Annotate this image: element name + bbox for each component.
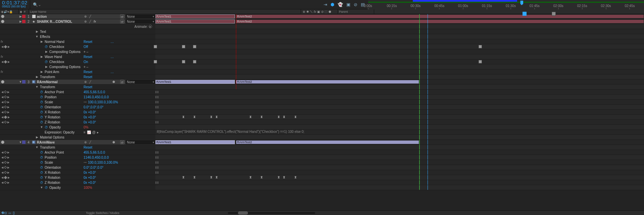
add-keyframe-icon[interactable]: [4, 181, 7, 184]
layer-name[interactable]: action: [37, 15, 47, 18]
next-keyframe-icon[interactable]: ▶: [7, 156, 9, 159]
add-keyframe-icon[interactable]: [4, 115, 7, 119]
property-value[interactable]: 0.0°,0.0°,0.0°: [84, 166, 103, 169]
constrain-link-icon[interactable]: ⊶: [84, 161, 87, 164]
stopwatch-icon[interactable]: ⏱: [40, 100, 43, 104]
layer-timeline-lane[interactable]: RArmTest1RArmTest2: [155, 14, 644, 19]
keyframe-navigator[interactable]: ◀▶: [0, 96, 13, 99]
expr-graph-icon[interactable]: 📈: [87, 130, 91, 134]
layer-name-header[interactable]: Layer Name: [29, 9, 301, 14]
timeline-zoom-slider[interactable]: [228, 212, 315, 214]
next-keyframe-icon[interactable]: ▶: [8, 176, 10, 179]
expr-pickwhip-icon[interactable]: @: [92, 130, 96, 134]
keyframe-navigator[interactable]: ◀▶: [0, 111, 13, 114]
property-timeline-lane[interactable]: [155, 29, 644, 34]
property-timeline-lane[interactable]: [155, 44, 644, 49]
property-timeline-lane[interactable]: [155, 180, 644, 185]
property-twirl-icon[interactable]: ▼: [40, 186, 43, 189]
current-timecode[interactable]: 0:01:37:02: [2, 0, 28, 5]
property-label[interactable]: Checkbox: [49, 60, 64, 64]
property-label[interactable]: Y Rotation: [45, 176, 60, 179]
expr-enable-icon[interactable]: ≡: [84, 130, 86, 134]
layer-timeline-lane[interactable]: RArmTest1RArmTest2: [155, 140, 644, 145]
prev-keyframe-icon[interactable]: ◀: [1, 171, 3, 174]
keyframe-navigator[interactable]: ◀▶: [0, 161, 13, 164]
property-label[interactable]: Expression: Opacity: [45, 130, 75, 134]
quality-switch[interactable]: ╱: [88, 20, 92, 23]
prev-keyframe-icon[interactable]: ◀: [1, 156, 3, 159]
stopwatch-icon[interactable]: ⏱: [40, 161, 43, 164]
prev-keyframe-icon[interactable]: ◀: [1, 151, 3, 154]
visibility-eye-icon[interactable]: [1, 20, 4, 23]
next-keyframe-icon[interactable]: ▶: [7, 96, 9, 99]
stopwatch-icon[interactable]: ⏱: [40, 110, 43, 114]
property-label[interactable]: Scale: [45, 100, 53, 104]
layer-timeline-lane[interactable]: RArmTest1RArmTest2: [155, 19, 644, 24]
keyframe-navigator[interactable]: ◀▶: [0, 106, 13, 109]
property-value[interactable]: 455.5,66.5,0.0: [84, 90, 105, 94]
prev-keyframe-icon[interactable]: ◀: [1, 121, 3, 124]
layer-color-tag[interactable]: [22, 15, 26, 18]
property-value[interactable]: 100%: [84, 186, 92, 190]
property-timeline-lane[interactable]: [155, 110, 644, 114]
property-value[interactable]: 0x +0.0°: [84, 110, 96, 114]
layer-twirl-icon[interactable]: ▶: [19, 15, 22, 18]
keyframe-marker[interactable]: ⧗: [283, 176, 286, 179]
keyframe-marker[interactable]: ⧗: [182, 115, 185, 119]
add-keyframe-icon[interactable]: [4, 60, 7, 63]
property-timeline-lane[interactable]: [155, 185, 644, 190]
layer-twirl-icon[interactable]: ▼: [19, 80, 22, 84]
keyframe-marker[interactable]: ⧗: [260, 176, 263, 179]
property-value[interactable]: Off: [84, 45, 88, 49]
property-label[interactable]: Normal Hand: [45, 40, 64, 44]
add-keyframe-icon[interactable]: [4, 161, 7, 164]
keyframe-marker[interactable]: [193, 45, 196, 48]
quality-switch[interactable]: ╱: [88, 141, 92, 144]
add-keyframe-icon[interactable]: [4, 96, 7, 98]
keyframe-marker[interactable]: [154, 60, 157, 63]
keyframe-marker[interactable]: ⧗: [210, 176, 213, 179]
layer-duration-bar[interactable]: RArmTest1: [155, 14, 235, 18]
expression-source[interactable]: if(thisComp.layer("SHARK RARM CONTROL").…: [155, 130, 304, 133]
keyframe-navigator[interactable]: ◀▶: [0, 116, 13, 119]
playhead-indicator[interactable]: [520, 0, 523, 9]
property-label[interactable]: Anchor Point: [45, 90, 64, 94]
parent-dropdown[interactable]: None: [126, 80, 155, 84]
keyframe-navigator[interactable]: ◀▶: [0, 60, 13, 63]
property-value[interactable]: Reset: [84, 40, 92, 44]
keyframe-marker[interactable]: [479, 45, 482, 48]
stopwatch-icon[interactable]: ⏱: [45, 125, 48, 129]
stopwatch-icon[interactable]: ⏱: [45, 60, 48, 63]
property-label[interactable]: Position: [45, 95, 57, 99]
add-keyframe-icon[interactable]: [4, 166, 7, 169]
property-twirl-icon[interactable]: ▼: [35, 85, 39, 89]
layer-duration-bar[interactable]: RArmTest2: [236, 14, 644, 18]
property-timeline-lane[interactable]: [155, 125, 644, 129]
time-ruler[interactable]: 0:00s00:15s00:30s00:45s01:00s01:15s01:30…: [368, 0, 644, 9]
property-timeline-lane[interactable]: [155, 54, 644, 59]
property-value[interactable]: Reset: [84, 55, 92, 59]
add-keyframe-icon[interactable]: [4, 151, 7, 154]
collapse-switch[interactable]: ⊕: [84, 20, 87, 23]
fx-switch[interactable]: fx: [93, 20, 97, 23]
prev-keyframe-icon[interactable]: ◀: [1, 161, 3, 164]
add-keyframe-icon[interactable]: [4, 106, 7, 108]
keyframe-navigator[interactable]: ◀▶: [0, 45, 13, 48]
stopwatch-icon[interactable]: ⏱: [40, 151, 43, 154]
property-value[interactable]: 0x +0.0°: [84, 120, 96, 124]
property-timeline-lane[interactable]: [155, 150, 644, 155]
keyframe-navigator[interactable]: ◀▶: [0, 156, 13, 159]
stopwatch-icon[interactable]: ⏱: [40, 181, 43, 184]
next-keyframe-icon[interactable]: ▶: [7, 166, 9, 169]
layer-twirl-icon[interactable]: ▶: [19, 20, 22, 23]
stopwatch-icon[interactable]: ⏱: [40, 90, 43, 94]
layer-color-tag[interactable]: [22, 141, 26, 144]
property-twirl-icon[interactable]: ▶: [35, 30, 39, 33]
property-timeline-lane[interactable]: [155, 160, 644, 165]
collapse-switch[interactable]: ⊕: [84, 15, 87, 18]
effect-options-icon[interactable]: …: [110, 55, 114, 59]
keyframe-navigator[interactable]: ◀▶: [0, 171, 13, 174]
keyframe-navigator[interactable]: ◀▶: [0, 91, 13, 94]
next-keyframe-icon[interactable]: ▶: [8, 45, 10, 48]
expr-language-icon[interactable]: ▸: [97, 130, 99, 134]
